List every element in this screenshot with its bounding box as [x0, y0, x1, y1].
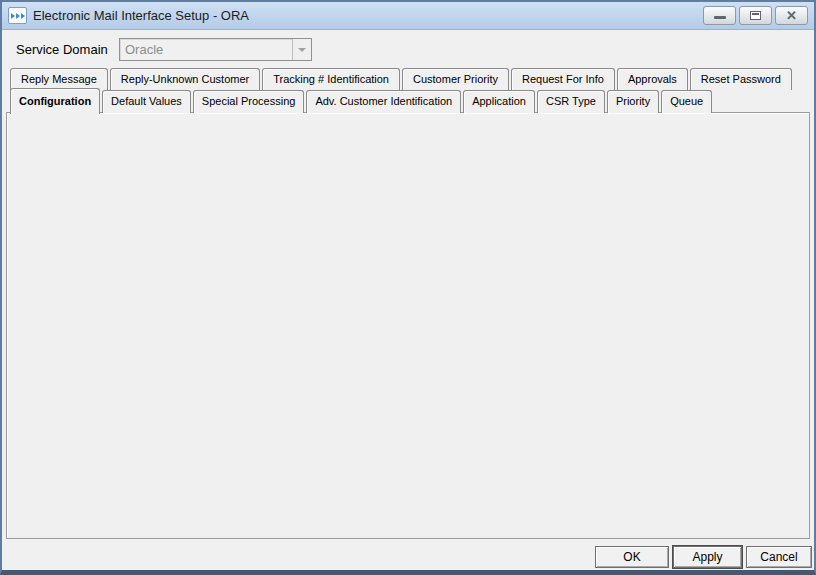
maximize-icon: [750, 11, 761, 20]
title-bar[interactable]: Electronic Mail Interface Setup - ORA ✕: [2, 2, 814, 30]
tab-request-for-info[interactable]: Request For Info: [511, 68, 615, 90]
minimize-button[interactable]: [703, 6, 736, 25]
tab-approvals[interactable]: Approvals: [617, 68, 688, 90]
tab-row-upper: Reply Message Reply-Unknown Customer Tra…: [10, 68, 792, 90]
window-controls: ✕: [703, 6, 808, 25]
apply-button[interactable]: Apply: [673, 546, 742, 568]
tab-reset-password[interactable]: Reset Password: [690, 68, 792, 90]
close-button[interactable]: ✕: [775, 6, 808, 25]
app-icon: [8, 7, 27, 24]
chevron-down-icon: [298, 48, 306, 52]
service-domain-select[interactable]: Oracle: [119, 38, 312, 61]
tab-row-lower: Configuration Default Values Special Pro…: [10, 90, 712, 113]
ok-button[interactable]: OK: [595, 546, 669, 568]
tab-queue[interactable]: Queue: [661, 90, 712, 113]
tab-default-values[interactable]: Default Values: [102, 90, 191, 113]
configuration-tab-page: [6, 112, 810, 539]
dialog-window: Electronic Mail Interface Setup - ORA ✕ …: [0, 0, 816, 575]
tab-customer-priority[interactable]: Customer Priority: [402, 68, 509, 90]
cancel-button[interactable]: Cancel: [746, 546, 812, 568]
window-title: Electronic Mail Interface Setup - ORA: [33, 8, 249, 23]
maximize-button[interactable]: [739, 6, 772, 25]
minimize-icon: [714, 16, 726, 19]
tab-reply-message[interactable]: Reply Message: [10, 68, 108, 90]
tab-reply-unknown-customer[interactable]: Reply-Unknown Customer: [110, 68, 260, 90]
service-domain-dropdown-button[interactable]: [292, 39, 311, 60]
tab-special-processing[interactable]: Special Processing: [193, 90, 305, 113]
tab-adv-customer-identification[interactable]: Adv. Customer Identification: [306, 90, 461, 113]
tab-configuration[interactable]: Configuration: [10, 88, 100, 114]
close-icon: ✕: [786, 9, 797, 22]
service-domain-value: Oracle: [120, 42, 292, 57]
tab-tracking-identification[interactable]: Tracking # Identification: [262, 68, 400, 90]
tab-priority[interactable]: Priority: [607, 90, 659, 113]
tab-csr-type[interactable]: CSR Type: [537, 90, 605, 113]
service-domain-label: Service Domain: [16, 42, 108, 57]
tab-application[interactable]: Application: [463, 90, 535, 113]
